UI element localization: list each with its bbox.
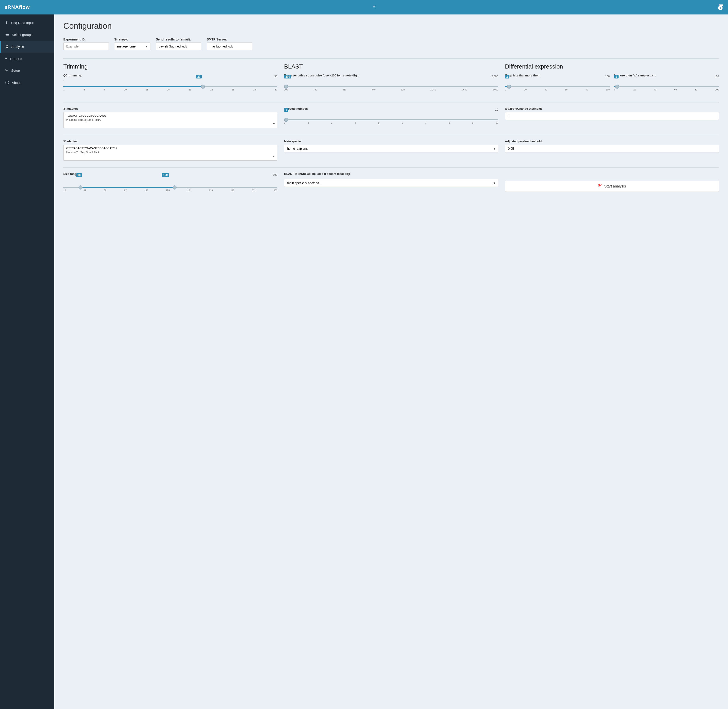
strategy-field: Strategy: metagenome genome transcriptom… bbox=[114, 38, 150, 50]
sidebar-label-seq-data-input: Seq Data Input bbox=[11, 21, 34, 25]
subset-size-slider[interactable] bbox=[284, 86, 498, 87]
size-abs-max-label: 300 bbox=[273, 173, 277, 177]
app-title: sRNAflow bbox=[4, 4, 30, 10]
adapter5-field-wrap: 5' adapter: GTTCAGAGTTCTACAGTCCGACGATC #… bbox=[63, 140, 277, 160]
main-layout: ⬆ Seq Data Input ≔ Select groups ⚙ Analy… bbox=[0, 15, 728, 709]
qc-trimming-slider[interactable] bbox=[63, 86, 277, 87]
subset-size-badge: 200 bbox=[284, 75, 291, 79]
strategy-select[interactable]: metagenome genome transcriptome bbox=[114, 42, 150, 50]
adapter5-field: GTTCAGAGTTCTACAGTCCGACGATC # Illumina Tr… bbox=[63, 145, 277, 160]
qc-tick-labels: 1471013161922252830 bbox=[63, 88, 277, 91]
in-more-max-label: 100 bbox=[715, 75, 719, 78]
smtp-label: SMTP Server: bbox=[207, 38, 252, 41]
size-range-slider-container: 18 150 300 10396897126155184213242271300 bbox=[63, 177, 277, 192]
adapter3-field: TGGAATTCTCGGGTGCCAAGG #Illumina TruSeq S… bbox=[63, 112, 277, 128]
adapter3-select[interactable]: #Illumina TruSeq Small RNA bbox=[66, 118, 274, 121]
size-thumb-right[interactable] bbox=[172, 185, 177, 190]
subsets-ticks: 12345678910 bbox=[284, 122, 498, 124]
app-header: sRNAflow ≡ ≔ 1 bbox=[0, 0, 728, 15]
trimming-section: Trimming QC trimming: 20 30 1 1471013161… bbox=[63, 63, 277, 95]
qc-max-label: 30 bbox=[274, 75, 277, 78]
sidebar-label-reports: Reports bbox=[10, 57, 22, 61]
subsets-max-label: 10 bbox=[495, 108, 498, 111]
sidebar-item-analysis[interactable]: ⚙ Analysis bbox=[0, 41, 54, 53]
bottom-row: Size range 18 150 300 bbox=[63, 172, 719, 192]
sidebar-item-select-groups[interactable]: ≔ Select groups bbox=[0, 29, 54, 41]
subset-size-container: Representative subset size (use ~200 for… bbox=[284, 74, 498, 91]
sidebar-item-setup[interactable]: ✂ Setup bbox=[0, 64, 54, 76]
subset-size-max-label: 2,000 bbox=[492, 75, 498, 78]
subset-size-label: Representative subset size (use ~200 for… bbox=[284, 74, 498, 77]
reports-icon: ≡ bbox=[5, 56, 7, 61]
size-thumb-left[interactable] bbox=[79, 185, 83, 190]
start-analysis-wrap: 🚩 Start analysis bbox=[505, 172, 719, 192]
sidebar: ⬆ Seq Data Input ≔ Select groups ⚙ Analy… bbox=[0, 15, 54, 709]
sidebar-item-reports[interactable]: ≡ Reports bbox=[0, 53, 54, 64]
strategy-select-wrapper: metagenome genome transcriptome ▼ bbox=[114, 42, 150, 50]
qc-value-badge: 20 bbox=[196, 75, 202, 79]
third-row: 5' adapter: GTTCAGAGTTCTACAGTCCGACGATC #… bbox=[63, 140, 719, 160]
blast-to-select[interactable]: main specie & bacteria+ main specie bact… bbox=[284, 179, 498, 187]
main-specie-label: Main specie: bbox=[284, 140, 498, 143]
experiment-id-field: Experiment ID: bbox=[63, 38, 109, 50]
sidebar-label-about: About bbox=[12, 81, 20, 85]
hamburger-icon[interactable]: ≡ bbox=[373, 4, 376, 10]
start-label: Start analysis bbox=[604, 184, 626, 188]
subsets-number-wrap: Subsets number: 1 10 12345678910 bbox=[284, 107, 498, 128]
main-specie-select-wrapper: homo_sapiens mus_musculus rattus_norvegi… bbox=[284, 145, 498, 152]
qc-trimming-label: QC trimming: bbox=[63, 74, 277, 77]
adj-pvalue-label: Adjusted p-value theshold: bbox=[505, 140, 719, 143]
blast-to-wrap: BLAST to (nr/nt will be used if absent l… bbox=[284, 172, 498, 192]
log2fold-label: log2FoldChange theshold: bbox=[505, 107, 719, 110]
in-more-slider[interactable] bbox=[614, 86, 719, 87]
size-range-wrap: Size range 18 150 300 bbox=[63, 172, 277, 192]
adj-pvalue-input[interactable] bbox=[505, 145, 719, 152]
subset-tick-labels: 2003805607409201,2801,6402,000 bbox=[284, 88, 498, 91]
email-label: Send results to (email): bbox=[156, 38, 201, 41]
in-more-label: in more then "x" samples; x=: bbox=[614, 74, 719, 77]
qc-trimming-container: QC trimming: 20 30 1 1471013161922252830 bbox=[63, 74, 277, 91]
sidebar-label-analysis: Analysis bbox=[11, 45, 24, 49]
keep-hits-ticks: 020406080100 bbox=[505, 88, 610, 91]
in-more-badge: 1 bbox=[614, 75, 619, 79]
select-groups-icon: ≔ bbox=[5, 32, 9, 37]
adapter5-inner: GTTCAGAGTTCTACAGTCCGACGATC # Illumina Tr… bbox=[66, 147, 274, 154]
keep-hits-max-label: 100 bbox=[605, 75, 610, 78]
subsets-slider[interactable] bbox=[284, 119, 498, 120]
main-specie-wrap: Main specie: homo_sapiens mus_musculus r… bbox=[284, 140, 498, 160]
main-content: Configuration Experiment ID: Strategy: m… bbox=[54, 15, 728, 709]
size-range-fill bbox=[80, 187, 175, 188]
adapter5-label: 5' adapter: bbox=[63, 140, 277, 143]
experiment-id-input[interactable] bbox=[63, 42, 109, 50]
diff-expr-title: Differential expression bbox=[505, 63, 719, 70]
sidebar-item-seq-data-input[interactable]: ⬆ Seq Data Input bbox=[0, 17, 54, 29]
sidebar-item-about[interactable]: ⓘ About bbox=[0, 76, 54, 89]
size-range-label: Size range bbox=[63, 172, 277, 175]
setup-icon: ✂ bbox=[5, 68, 8, 73]
config-row: Experiment ID: Strategy: metagenome geno… bbox=[63, 38, 719, 50]
blast-title: BLAST bbox=[284, 63, 498, 70]
size-ticks: 10396897126155184213242271300 bbox=[63, 189, 277, 192]
keep-hits-container: Keep hits that more then: 2 100 02040608… bbox=[505, 74, 610, 91]
start-analysis-button[interactable]: 🚩 Start analysis bbox=[505, 181, 719, 192]
adapter5-seq: GTTCAGAGTTCTACAGTCCGACGATC # bbox=[66, 147, 274, 150]
header-left: sRNAflow bbox=[4, 4, 30, 10]
log2fold-wrap: log2FoldChange theshold: bbox=[505, 107, 719, 128]
main-specie-select[interactable]: homo_sapiens mus_musculus rattus_norvegi… bbox=[284, 145, 498, 152]
strategy-label: Strategy: bbox=[114, 38, 150, 41]
size-min-badge: 18 bbox=[76, 173, 82, 177]
blast-to-label: BLAST to (nr/nt will be used if absent l… bbox=[284, 172, 498, 175]
blast-section: BLAST Representative subset size (use ~2… bbox=[284, 63, 498, 95]
keep-hits-slider[interactable] bbox=[505, 86, 610, 87]
adapter3-label: 3' adapter: bbox=[63, 107, 277, 110]
log2fold-input[interactable] bbox=[505, 112, 719, 120]
smtp-field: SMTP Server: bbox=[207, 38, 252, 50]
qc-min-label: 1 bbox=[63, 80, 65, 83]
adapter5-select[interactable]: Illumina TruSeq Small RNA bbox=[66, 151, 274, 154]
email-input[interactable] bbox=[156, 42, 201, 50]
smtp-input[interactable] bbox=[207, 42, 252, 50]
page-title: Configuration bbox=[63, 21, 719, 31]
email-field: Send results to (email): bbox=[156, 38, 201, 50]
header-badge: 1 bbox=[718, 6, 722, 10]
main-sections: Trimming QC trimming: 20 30 1 1471013161… bbox=[63, 63, 719, 95]
